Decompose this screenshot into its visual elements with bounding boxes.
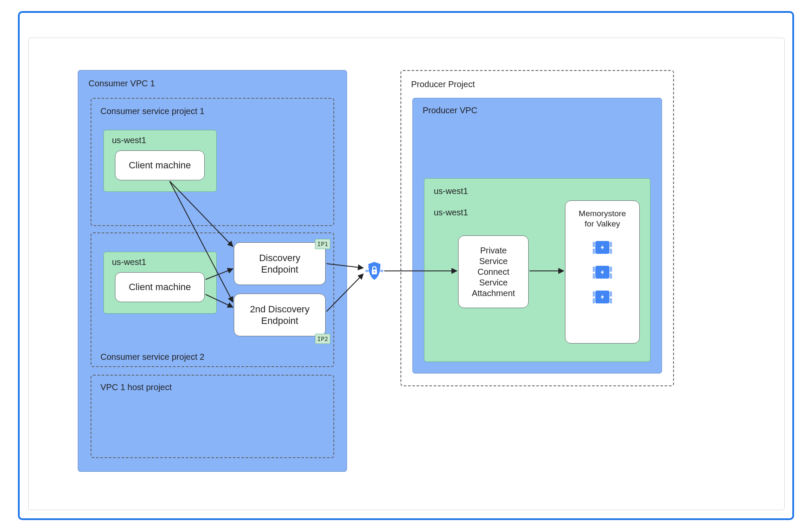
svg-line-9 bbox=[206, 294, 233, 307]
diagram-canvas: Consumer VPC 1 Consumer service project … bbox=[28, 38, 785, 510]
svg-line-11 bbox=[327, 274, 363, 312]
svg-line-7 bbox=[170, 181, 233, 302]
logo-cloud: Cloud bbox=[74, 16, 106, 29]
svg-line-8 bbox=[206, 269, 233, 279]
svg-line-6 bbox=[170, 181, 233, 247]
connection-arrows bbox=[29, 38, 785, 511]
google-cloud-logo: Google Cloud bbox=[29, 16, 106, 30]
svg-line-10 bbox=[327, 264, 363, 268]
logo-google: Google bbox=[29, 16, 71, 29]
